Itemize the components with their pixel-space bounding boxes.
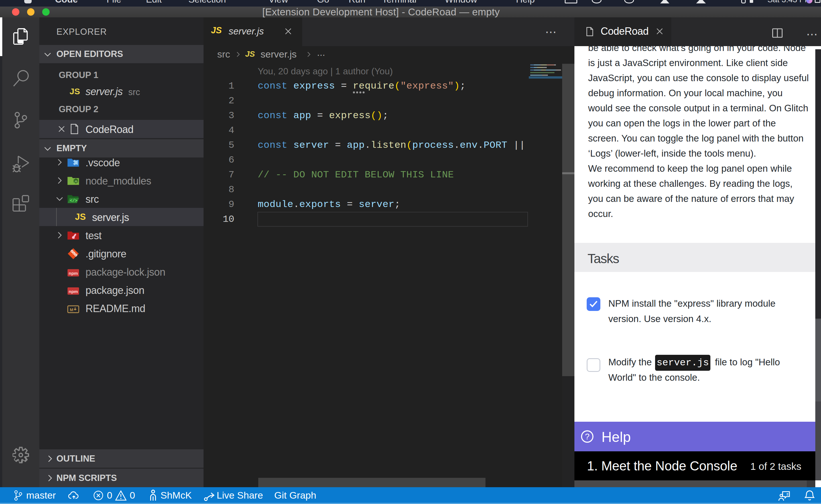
svg-text:M: M [70, 308, 73, 312]
svg-text:?: ? [585, 432, 589, 441]
svg-text:</>: </> [70, 198, 77, 203]
svg-text:npm: npm [69, 271, 78, 276]
svg-text:JS: JS [74, 180, 77, 183]
svg-text:npm: npm [69, 289, 78, 294]
